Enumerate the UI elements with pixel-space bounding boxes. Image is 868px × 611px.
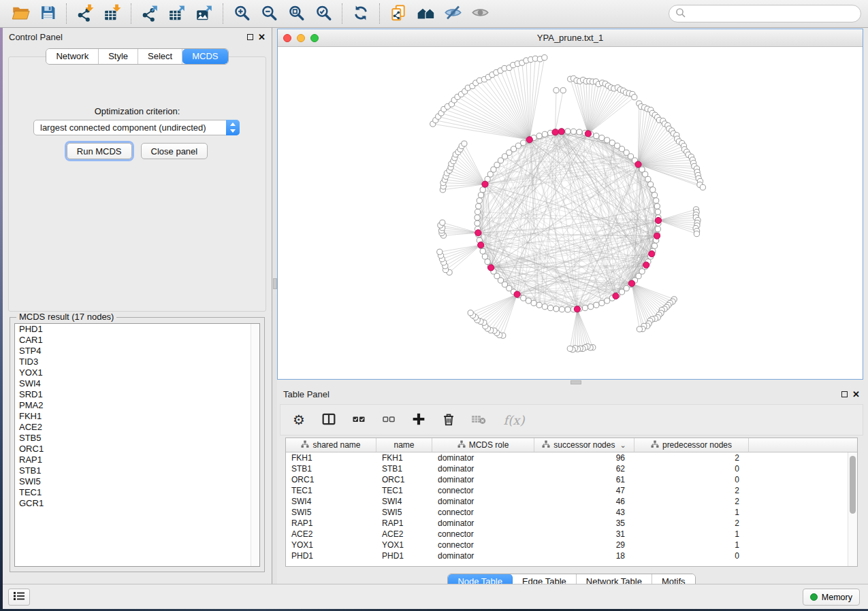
float-panel-icon[interactable] <box>841 391 848 397</box>
result-list-item[interactable]: RAP1 <box>15 455 259 465</box>
result-list-item[interactable]: PHD1 <box>15 324 259 335</box>
column-header-name[interactable]: name <box>376 438 432 452</box>
graph-hub-node[interactable] <box>585 131 591 137</box>
table-row[interactable]: RAP1RAP1dominator352 <box>286 518 857 529</box>
graph-hub-node[interactable] <box>478 242 484 248</box>
graph-node[interactable] <box>565 129 570 134</box>
result-list-item[interactable]: FKH1 <box>15 411 259 422</box>
graph-node[interactable] <box>652 243 657 248</box>
column-header-mcds-role[interactable]: MCDS role <box>432 438 534 452</box>
show-all-button[interactable] <box>466 2 494 25</box>
graph-node[interactable] <box>565 307 570 312</box>
graph-node[interactable] <box>648 182 654 187</box>
graph-node[interactable] <box>643 171 648 177</box>
result-list-item[interactable]: ACE2 <box>15 422 259 433</box>
result-list-item[interactable]: STB1 <box>15 465 259 476</box>
horizontal-splitter[interactable] <box>277 380 863 385</box>
result-list-item[interactable]: CAR1 <box>15 335 259 346</box>
table-row[interactable]: SWI4SWI4dominator462 <box>286 496 857 507</box>
select-all-rows-button[interactable] <box>349 409 369 431</box>
show-column-panel-button[interactable] <box>319 409 339 431</box>
result-list-scrollbar[interactable] <box>251 324 259 566</box>
graph-node[interactable] <box>652 193 657 198</box>
graph-node[interactable] <box>526 298 531 303</box>
result-list-item[interactable]: SWI5 <box>15 476 259 487</box>
graph-node[interactable] <box>536 302 542 308</box>
graph-node[interactable] <box>605 298 610 303</box>
first-neighbors-button[interactable] <box>412 2 439 25</box>
zoom-in-button[interactable] <box>228 2 255 25</box>
graph-hub-node[interactable] <box>482 181 488 187</box>
graph-hub-node[interactable] <box>558 129 564 135</box>
graph-node[interactable] <box>694 231 699 237</box>
graph-node[interactable] <box>560 88 566 93</box>
add-column-button[interactable] <box>408 409 429 431</box>
graph-node[interactable] <box>475 220 480 226</box>
graph-hub-node[interactable] <box>649 251 655 257</box>
graph-node[interactable] <box>632 95 637 100</box>
tab-network[interactable]: Network <box>46 49 99 64</box>
graph-node[interactable] <box>480 248 485 254</box>
graph-node[interactable] <box>559 307 564 312</box>
close-panel-icon[interactable]: ✕ <box>258 33 266 42</box>
tab-select[interactable]: Select <box>138 49 182 64</box>
table-row[interactable]: TEC1TEC1connector472 <box>286 485 857 496</box>
column-header-shared-name[interactable]: shared name <box>286 438 376 452</box>
graph-node[interactable] <box>542 55 547 61</box>
graph-hub-node[interactable] <box>488 265 494 271</box>
export-table-button[interactable] <box>163 2 191 25</box>
graph-hub-node[interactable] <box>574 306 580 312</box>
float-panel-icon[interactable] <box>247 34 253 40</box>
hide-selected-button[interactable] <box>439 2 466 25</box>
table-row[interactable]: ORC1ORC1dominator610 <box>286 474 857 485</box>
result-list-item[interactable]: TID3 <box>15 357 259 367</box>
table-row[interactable]: FKH1FKH1dominator962 <box>286 452 857 463</box>
graph-node[interactable] <box>548 306 553 311</box>
graph-node[interactable] <box>536 133 542 139</box>
graph-node[interactable] <box>553 88 559 93</box>
graph-node[interactable] <box>605 137 610 143</box>
graph-node[interactable] <box>476 203 481 209</box>
result-list-item[interactable]: PMA2 <box>15 400 259 411</box>
graph-node[interactable] <box>567 346 573 351</box>
clone-network-button[interactable] <box>385 2 412 25</box>
column-header-successor-nodes[interactable]: successor nodes⌄ <box>534 438 634 452</box>
delete-table-button[interactable] <box>468 409 489 431</box>
vertical-splitter[interactable] <box>272 28 277 584</box>
graph-node[interactable] <box>475 215 480 220</box>
graph-node[interactable] <box>588 304 594 310</box>
graph-node[interactable] <box>542 131 547 137</box>
graph-node[interactable] <box>482 254 487 259</box>
import-table-button[interactable] <box>99 2 126 25</box>
graph-node[interactable] <box>637 327 642 332</box>
column-header-predecessor-nodes[interactable]: predecessor nodes <box>634 438 749 452</box>
graph-node[interactable] <box>599 300 605 306</box>
graph-node[interactable] <box>477 198 482 203</box>
graph-hub-node[interactable] <box>655 217 661 223</box>
graph-node[interactable] <box>582 306 588 311</box>
table-row[interactable]: ACE2ACE2connector311 <box>286 529 857 540</box>
memory-button[interactable]: Memory <box>803 589 860 606</box>
graph-hub-node[interactable] <box>635 161 641 167</box>
function-builder-button[interactable]: f(x) <box>498 409 530 431</box>
table-row[interactable]: STB1STB1dominator620 <box>286 463 857 474</box>
result-list-item[interactable]: YOX1 <box>15 367 259 378</box>
graph-node[interactable] <box>468 310 473 316</box>
zoom-fit-button[interactable] <box>283 2 310 25</box>
graph-node[interactable] <box>570 129 576 134</box>
graph-node[interactable] <box>609 140 615 146</box>
tab-mcds[interactable]: MCDS <box>182 49 227 64</box>
close-panel-icon[interactable]: ✕ <box>852 390 860 399</box>
optimization-criterion-select[interactable]: largest connected component (undirected) <box>33 120 240 135</box>
graph-node[interactable] <box>655 209 660 214</box>
graph-node[interactable] <box>480 187 485 193</box>
graph-node[interactable] <box>654 198 659 203</box>
graph-node[interactable] <box>475 209 481 214</box>
result-list-item[interactable]: SRD1 <box>15 389 259 400</box>
graph-node[interactable] <box>462 141 467 146</box>
save-session-button[interactable] <box>34 2 61 25</box>
graph-node[interactable] <box>542 304 547 310</box>
export-image-button[interactable] <box>191 2 218 25</box>
graph-node[interactable] <box>700 184 705 190</box>
refresh-view-button[interactable] <box>347 2 374 25</box>
